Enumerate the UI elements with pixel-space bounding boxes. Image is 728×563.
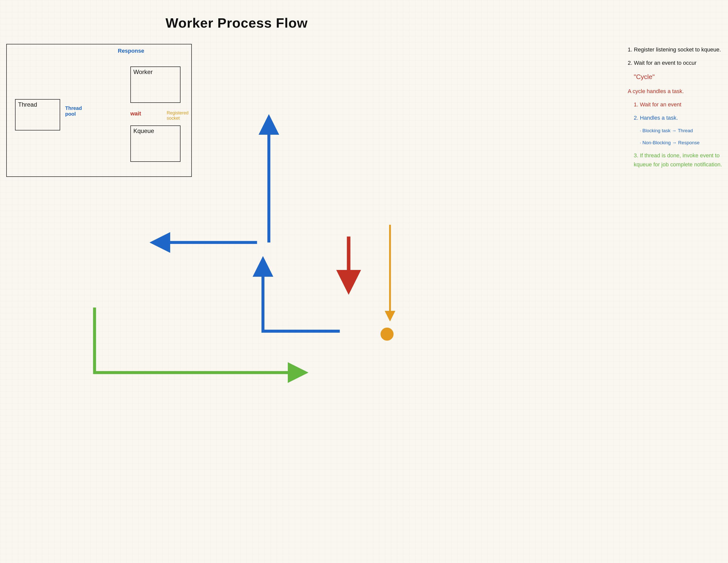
note-cycle-desc: A cycle handles a task. xyxy=(628,87,723,96)
note-2: 2. Wait for an event to occur xyxy=(628,58,723,67)
thread-box: Thread xyxy=(15,99,60,130)
thread-label: Thread xyxy=(18,101,37,108)
arrow-kqueue-up xyxy=(263,260,340,331)
registered-socket-dot xyxy=(381,328,394,341)
note-cycle: "Cycle" xyxy=(634,72,723,82)
thread-pool-label: Thread pool xyxy=(65,105,82,117)
diagram-canvas: Worker Process Flow Thread Worker Kqueue… xyxy=(0,0,728,563)
kqueue-box: Kqueue xyxy=(130,125,180,162)
notes-panel: 1. Register listening socket to kqueue. … xyxy=(628,45,723,173)
response-label: Response xyxy=(118,48,144,54)
registered-socket-label: Registered socket xyxy=(167,110,189,121)
worker-box: Worker xyxy=(130,66,180,103)
note-cycle-2: 2. Handles a task. xyxy=(634,113,723,122)
worker-label: Worker xyxy=(133,68,153,75)
wait-label: wait xyxy=(130,110,141,117)
note-1: 1. Register listening socket to kqueue. xyxy=(628,45,723,54)
note-cycle-3: 3. If thread is done, invoke event to kq… xyxy=(634,151,723,168)
note-cycle-2b: · Non-Blocking → Response xyxy=(640,139,723,146)
diagram-title: Worker Process Flow xyxy=(0,15,473,31)
note-cycle-2a: · Blocking task → Thread xyxy=(640,127,723,134)
note-cycle-1: 1. Wait for an event xyxy=(634,100,723,109)
kqueue-label: Kqueue xyxy=(133,127,154,134)
arrow-thread-to-kqueue xyxy=(95,308,304,373)
